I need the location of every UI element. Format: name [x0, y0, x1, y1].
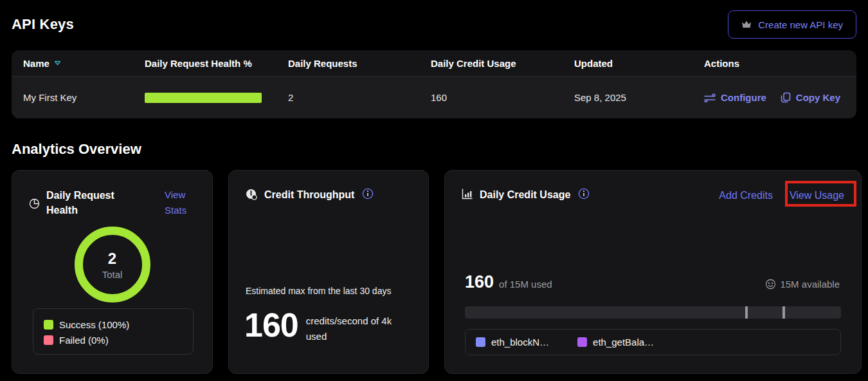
eth-blocknumber-swatch — [476, 337, 485, 347]
gauge-icon — [246, 189, 258, 200]
health-legend: Success (100%) Failed (0%) — [33, 308, 194, 355]
column-header-actions: Actions — [704, 58, 856, 69]
dashboard-page: API Keys Create new API key Name Daily R… — [0, 0, 868, 381]
bar-marker — [782, 306, 785, 319]
legend-item-eth-blocknumber: eth_blockN… — [476, 335, 549, 350]
column-label: Name — [23, 58, 50, 69]
usage-suffix: of 15M used — [499, 279, 552, 290]
table-row[interactable]: My First Key 2 160 Sep 8, 2025 Configure — [12, 76, 856, 118]
success-swatch — [44, 320, 53, 330]
daily-credit-usage-value: 160 — [431, 92, 574, 103]
sliders-icon — [704, 93, 716, 102]
donut-total-value: 2 — [108, 250, 116, 268]
usage-metric: 160 of 15M used — [465, 272, 552, 292]
credit-usage-progress-bar — [465, 306, 841, 319]
legend-label: eth_blockN… — [491, 337, 549, 348]
bar-chart-icon — [462, 189, 473, 200]
analytics-overview-title: Analytics Overview — [12, 141, 141, 158]
create-api-key-label: Create new API key — [758, 19, 843, 30]
column-header-health: Daily Request Health % — [145, 58, 288, 69]
sort-descending-icon[interactable] — [54, 60, 61, 66]
card-title: Daily Credit Usage — [480, 187, 570, 202]
column-header-name[interactable]: Name — [23, 58, 145, 69]
add-credits-link[interactable]: Add Credits — [719, 187, 773, 204]
usage-legend: eth_blockN… eth_getBala… — [465, 329, 841, 355]
card-links: Add Credits View Usage — [719, 187, 844, 204]
card-head: Daily Credit Usage Add Credits View Usag… — [462, 187, 844, 204]
daily-credit-usage-card: Daily Credit Usage Add Credits View Usag… — [444, 170, 862, 374]
create-api-key-button[interactable]: Create new API key — [728, 10, 856, 39]
card-title: Daily Request Health — [46, 188, 123, 218]
health-cell — [145, 93, 288, 103]
column-header-daily-requests: Daily Requests — [288, 58, 431, 69]
credit-throughput-card: Credit Throughput Estimated max from the… — [228, 170, 429, 374]
column-header-daily-credit-usage: Daily Credit Usage — [431, 58, 574, 69]
bar-marker — [745, 306, 748, 319]
page-title: API Keys — [12, 16, 74, 33]
topbar: API Keys Create new API key — [12, 6, 856, 42]
actions-cell: Configure Copy Key — [704, 92, 856, 103]
configure-label: Configure — [721, 92, 766, 103]
api-key-name: My First Key — [23, 92, 145, 103]
daily-request-health-card: Daily Request Health View Stats 2 Total … — [12, 170, 213, 374]
card-title: Credit Throughput — [264, 187, 354, 202]
daily-requests-value: 2 — [288, 92, 431, 103]
configure-link[interactable]: Configure — [704, 92, 766, 103]
failed-swatch — [44, 335, 53, 345]
copy-key-link[interactable]: Copy Key — [781, 92, 840, 103]
table-header-row: Name Daily Request Health % Daily Reques… — [12, 50, 856, 76]
copy-key-label: Copy Key — [796, 92, 840, 103]
available-label: 15M available — [780, 279, 840, 290]
copy-icon — [781, 92, 791, 103]
legend-item-eth-getbalance: eth_getBala… — [577, 335, 654, 350]
info-icon[interactable] — [578, 188, 590, 200]
api-keys-table: Name Daily Request Health % Daily Reques… — [12, 50, 856, 118]
legend-item-failed: Failed (0%) — [44, 332, 193, 348]
crown-icon — [741, 20, 752, 29]
throughput-metric: 160 credits/second of 4k used — [244, 307, 409, 344]
updated-value: Sep 8, 2025 — [574, 92, 704, 103]
info-icon[interactable] — [362, 188, 374, 200]
throughput-value: 160 — [244, 307, 298, 344]
health-bar — [145, 93, 262, 103]
request-health-donut-chart: 2 Total — [12, 227, 212, 302]
eth-getbalance-swatch — [577, 337, 587, 347]
available-credits: 15M available — [765, 279, 840, 290]
card-head: Daily Request Health View Stats — [29, 187, 195, 218]
smiley-icon — [765, 279, 776, 290]
view-stats-link[interactable]: View Stats — [165, 187, 195, 218]
pie-chart-icon — [29, 198, 40, 209]
throughput-suffix: credits/second of 4k used — [306, 313, 409, 344]
usage-value: 160 — [465, 272, 494, 292]
legend-item-success: Success (100%) — [44, 317, 193, 332]
legend-label: Failed (0%) — [59, 335, 109, 346]
estimate-note: Estimated max from the last 30 days — [246, 286, 391, 296]
view-usage-link[interactable]: View Usage — [790, 187, 844, 204]
column-header-updated: Updated — [574, 58, 704, 69]
legend-label: Success (100%) — [59, 319, 129, 330]
donut-ring: 2 Total — [75, 227, 150, 302]
legend-label: eth_getBala… — [593, 337, 654, 348]
card-head: Credit Throughput — [246, 187, 411, 202]
donut-total-label: Total — [102, 269, 123, 280]
